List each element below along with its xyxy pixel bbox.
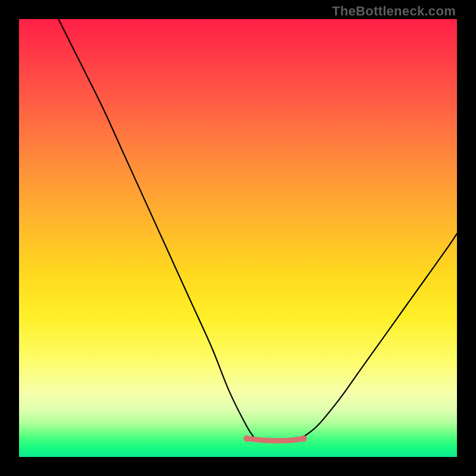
curve-layer	[19, 19, 457, 457]
valley-end-dot	[243, 436, 250, 442]
right-curve	[299, 234, 457, 440]
plot-area	[19, 19, 457, 457]
left-curve	[58, 19, 255, 440]
chart-frame: TheBottleneck.com	[0, 0, 476, 476]
valley-end-dot	[300, 436, 307, 442]
watermark-text: TheBottleneck.com	[332, 4, 456, 19]
valley-plateau	[247, 439, 304, 441]
